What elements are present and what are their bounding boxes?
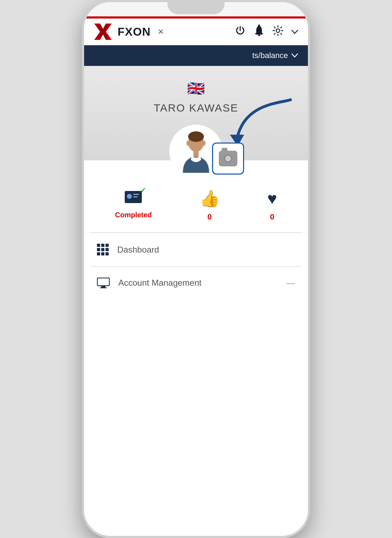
phone-notch bbox=[167, 2, 225, 14]
svg-rect-13 bbox=[133, 194, 139, 195]
svg-rect-7 bbox=[194, 150, 199, 157]
favorites-count: 0 bbox=[270, 212, 274, 222]
svg-point-9 bbox=[202, 141, 206, 146]
svg-rect-3 bbox=[258, 25, 260, 26]
likes-count: 0 bbox=[207, 212, 212, 222]
banner-chevron-icon bbox=[292, 53, 298, 58]
svg-rect-17 bbox=[100, 288, 107, 288]
svg-point-8 bbox=[186, 141, 190, 146]
camera-upload-button[interactable] bbox=[212, 143, 244, 175]
dashboard-label: Dashboard bbox=[117, 245, 295, 255]
gear-icon[interactable] bbox=[272, 25, 284, 39]
svg-point-6 bbox=[188, 131, 204, 142]
svg-point-2 bbox=[258, 35, 260, 36]
svg-rect-16 bbox=[101, 286, 105, 288]
svg-marker-1 bbox=[97, 25, 109, 38]
camera-lens bbox=[224, 155, 232, 162]
logo-area: FXON × bbox=[94, 24, 164, 40]
heart-icon: ♥ bbox=[267, 189, 277, 208]
menu-item-dashboard[interactable]: Dashboard bbox=[84, 233, 308, 266]
id-icon-container: ✓ bbox=[124, 189, 143, 207]
monitor-icon bbox=[97, 278, 110, 288]
svg-rect-15 bbox=[97, 278, 109, 286]
account-management-dash: — bbox=[287, 278, 295, 288]
bell-icon[interactable] bbox=[254, 25, 264, 39]
svg-rect-14 bbox=[133, 196, 138, 197]
check-icon: ✓ bbox=[140, 186, 146, 195]
avatar-person-icon bbox=[175, 130, 217, 173]
stat-favorites[interactable]: ♥ 0 bbox=[267, 189, 277, 222]
account-management-label: Account Management bbox=[118, 278, 278, 288]
thumbs-up-icon: 👍 bbox=[200, 189, 220, 208]
svg-point-4 bbox=[276, 29, 280, 32]
banner-dropdown[interactable]: ts/balance bbox=[84, 45, 308, 66]
banner-text: ts/balance bbox=[252, 51, 288, 60]
header-icons bbox=[234, 25, 298, 39]
close-button[interactable]: × bbox=[158, 26, 164, 37]
stat-likes[interactable]: 👍 0 bbox=[200, 189, 220, 222]
menu-item-account-management[interactable]: Account Management — bbox=[84, 267, 308, 299]
svg-rect-12 bbox=[127, 194, 132, 199]
header-chevron-icon[interactable] bbox=[292, 28, 298, 36]
user-name: TARO KAWASE bbox=[154, 102, 238, 114]
camera-bump bbox=[222, 148, 227, 151]
profile-section: 🇬🇧 TARO KAWASE bbox=[84, 66, 308, 160]
logo-text: FXON bbox=[118, 25, 151, 38]
grid-icon bbox=[97, 244, 109, 255]
avatar-container bbox=[169, 125, 223, 178]
power-icon[interactable] bbox=[234, 25, 246, 39]
fxon-logo-icon bbox=[94, 24, 112, 40]
camera-icon bbox=[219, 151, 237, 166]
phone-frame: FXON × bbox=[82, 0, 310, 538]
stat-completed[interactable]: ✓ Completed bbox=[115, 189, 152, 222]
menu-section: Dashboard Account Management — bbox=[84, 233, 308, 536]
completed-label: Completed bbox=[115, 211, 152, 219]
header: FXON × bbox=[84, 19, 308, 45]
flag-icon: 🇬🇧 bbox=[187, 80, 205, 97]
phone-content: FXON × bbox=[84, 2, 308, 536]
